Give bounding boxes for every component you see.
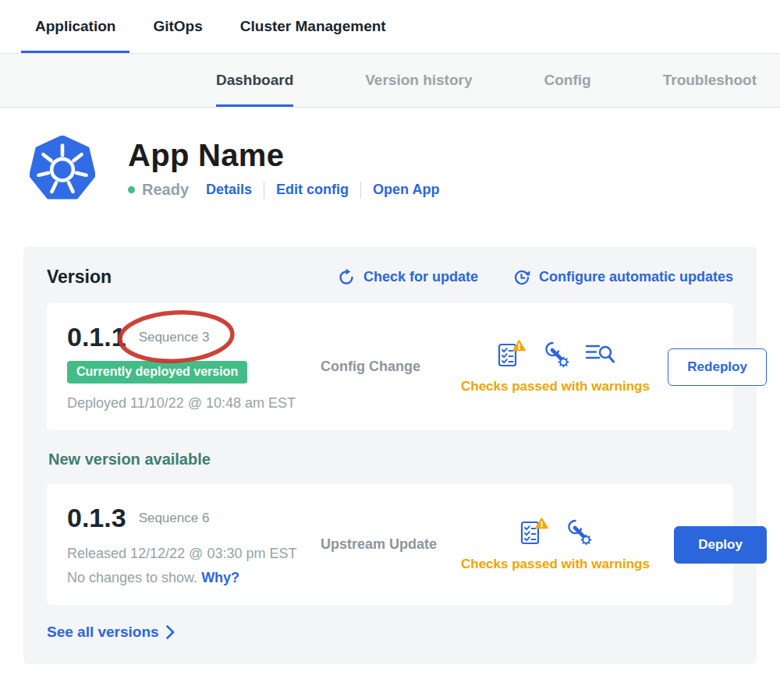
edit-config-link[interactable]: Edit config xyxy=(276,182,349,198)
released-timestamp: Released 12/12/22 @ 03:30 pm EST xyxy=(67,546,321,562)
checks-warning-note: Checks passed with warnings xyxy=(461,379,650,394)
see-all-versions-label: See all versions xyxy=(47,624,159,641)
see-all-versions-link[interactable]: See all versions xyxy=(47,624,175,641)
current-version-number: 0.1.1 xyxy=(67,322,126,352)
subnav-tab-dashboard[interactable]: Dashboard xyxy=(216,54,293,107)
checks-warning-note: Checks passed with warnings xyxy=(461,557,650,572)
primary-nav: Application GitOps Cluster Management xyxy=(0,0,780,54)
nav-tab-gitops[interactable]: GitOps xyxy=(139,0,216,53)
app-sub-nav: Dashboard Version history Config Trouble… xyxy=(0,54,780,108)
change-type-label: Upstream Update xyxy=(321,536,461,553)
no-changes-text: No changes to show. xyxy=(67,570,197,585)
wrench-gear-icon[interactable] xyxy=(541,340,569,368)
chevron-right-icon xyxy=(166,625,175,639)
subnav-tab-troubleshoot[interactable]: Troubleshoot xyxy=(663,54,757,107)
configure-automatic-updates-button[interactable]: Configure automatic updates xyxy=(512,268,733,287)
details-link[interactable]: Details xyxy=(206,182,252,198)
current-version-card: 0.1.1 Sequence 3 Currently deployed vers… xyxy=(47,303,733,430)
clock-refresh-icon xyxy=(512,268,531,287)
open-app-link[interactable]: Open App xyxy=(373,182,439,198)
status-ready-dot xyxy=(128,186,135,193)
nav-tab-cluster-management[interactable]: Cluster Management xyxy=(226,0,400,53)
checklist-warning-icon[interactable] xyxy=(519,517,548,546)
configure-automatic-updates-label: Configure automatic updates xyxy=(539,269,733,285)
check-for-update-label: Check for update xyxy=(363,269,478,285)
why-link[interactable]: Why? xyxy=(201,570,239,585)
deploy-button[interactable]: Deploy xyxy=(674,526,767,564)
doc-search-icon[interactable] xyxy=(585,342,615,366)
available-version-number: 0.1.3 xyxy=(67,503,126,533)
version-panel: Version Check for update Configure autom… xyxy=(23,246,757,664)
divider xyxy=(360,182,361,199)
available-version-sequence: Sequence 6 xyxy=(139,511,210,526)
refresh-icon xyxy=(337,268,356,287)
redeploy-button[interactable]: Redeploy xyxy=(668,348,767,386)
kubernetes-logo xyxy=(30,136,95,201)
current-version-sequence: Sequence 3 xyxy=(139,330,210,345)
deployed-timestamp: Deployed 11/10/22 @ 10:48 am EST xyxy=(67,395,321,412)
page-title: App Name xyxy=(128,138,439,173)
subnav-tab-version-history[interactable]: Version history xyxy=(365,54,472,107)
checklist-warning-icon[interactable] xyxy=(496,339,526,369)
app-header: App Name Ready Details Edit config Open … xyxy=(0,108,780,201)
status-badge: Ready xyxy=(142,181,189,199)
check-for-update-button[interactable]: Check for update xyxy=(337,268,478,287)
nav-tab-application[interactable]: Application xyxy=(21,0,129,53)
currently-deployed-badge: Currently deployed version xyxy=(67,361,247,384)
change-type-label: Config Change xyxy=(321,359,461,375)
wrench-gear-icon[interactable] xyxy=(564,518,592,546)
divider xyxy=(264,182,264,199)
subnav-tab-config[interactable]: Config xyxy=(544,54,591,107)
new-version-heading: New version available xyxy=(48,451,732,468)
version-section-title: Version xyxy=(47,267,112,288)
available-version-card: 0.1.3 Sequence 6 Released 12/12/22 @ 03:… xyxy=(47,484,733,605)
